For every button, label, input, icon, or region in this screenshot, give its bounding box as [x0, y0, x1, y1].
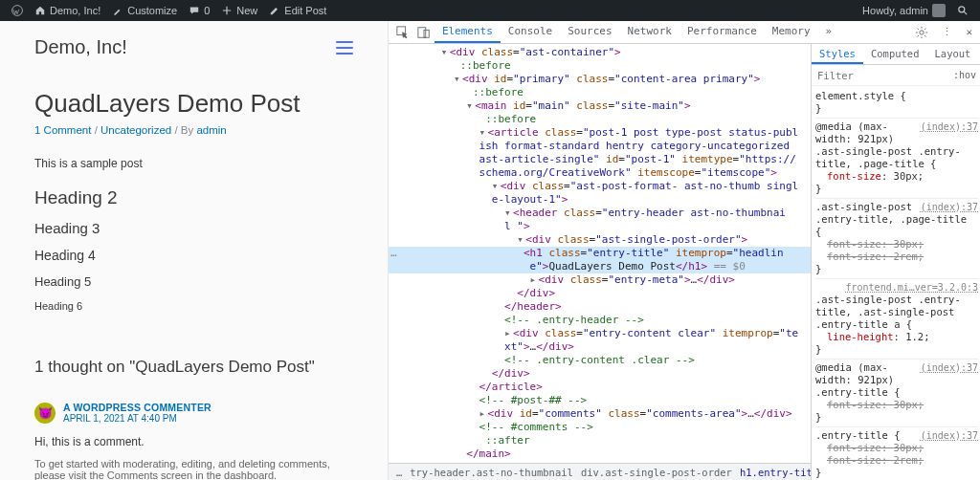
pencil-icon: [269, 5, 280, 16]
meta-author-link[interactable]: admin: [196, 124, 226, 136]
meta-comments-link[interactable]: 1 Comment: [34, 124, 91, 136]
hov-toggle[interactable]: :hov: [951, 70, 978, 80]
avatar: [932, 4, 946, 17]
adminbar-search[interactable]: [951, 5, 974, 16]
device-toggle-icon[interactable]: [413, 24, 434, 41]
settings-icon[interactable]: [911, 24, 932, 41]
tab-elements[interactable]: Elements: [434, 21, 501, 43]
adminbar-comments[interactable]: 0: [183, 5, 215, 16]
breadcrumbs[interactable]: … try-header.ast-no-thumbnail div.ast-si…: [389, 463, 811, 480]
tab-network[interactable]: Network: [620, 21, 679, 43]
style-rules[interactable]: element.style {} (index):37@media (max-w…: [812, 86, 980, 480]
heading-6: Heading 6: [34, 300, 353, 312]
adminbar-site[interactable]: Demo, Inc!: [29, 5, 106, 16]
wp-admin-bar: Demo, Inc! Customize 0 New Edit Post How…: [0, 0, 980, 21]
heading-4: Heading 4: [34, 248, 353, 263]
devtools-tabs: Elements Console Sources Network Perform…: [389, 21, 980, 44]
post-title: QuadLayers Demo Post: [34, 89, 353, 119]
comment-avatar: 😈: [34, 403, 56, 424]
comment-item: 😈 A WORDPRESS COMMENTER APRIL 1, 2021 AT…: [34, 402, 353, 480]
heading-3: Heading 3: [34, 220, 353, 236]
post-excerpt: This is a sample post: [34, 157, 353, 170]
comment-author[interactable]: A WORDPRESS COMMENTER: [63, 402, 212, 413]
adminbar-customize[interactable]: Customize: [106, 5, 183, 16]
selected-dom-node[interactable]: … <h1 class="entry-title" itemprop="head…: [389, 247, 811, 260]
heading-2: Heading 2: [34, 187, 353, 208]
brush-icon: [112, 5, 123, 16]
comment-icon: [189, 5, 200, 16]
meta-category-link[interactable]: Uncategorized: [100, 124, 171, 136]
site-title[interactable]: Demo, Inc!: [34, 36, 127, 58]
plus-icon: [221, 5, 233, 16]
heading-5: Heading 5: [34, 274, 353, 289]
styles-tab-layout[interactable]: Layout: [927, 45, 979, 64]
elements-tree[interactable]: ▾<div class="ast-container"> ::before ▾<…: [389, 44, 812, 480]
tab-more[interactable]: »: [818, 21, 840, 43]
tab-sources[interactable]: Sources: [560, 21, 619, 43]
devtools-panel: Elements Console Sources Network Perform…: [389, 21, 980, 480]
styles-panel: Styles Computed Layout » :hov .cls + ⠿ e…: [812, 44, 980, 480]
home-icon: [34, 5, 46, 16]
comment-date[interactable]: APRIL 1, 2021 AT 4:40 PM: [63, 413, 212, 424]
tab-performance[interactable]: Performance: [679, 21, 765, 43]
styles-filter-input[interactable]: [815, 68, 947, 83]
post-meta: 1 Comment / Uncategorized / By admin: [34, 124, 353, 136]
adminbar-howdy[interactable]: Howdy, admin: [857, 4, 951, 17]
tab-memory[interactable]: Memory: [765, 21, 818, 43]
inspect-icon[interactable]: [392, 24, 413, 41]
comment-body: Hi, this is a comment.: [34, 435, 353, 448]
devtools-menu-icon[interactable]: ⋮: [938, 24, 956, 40]
adminbar-site-name: Demo, Inc!: [50, 5, 100, 16]
devtools-close-icon[interactable]: ✕: [962, 24, 976, 40]
styles-tab-styles[interactable]: Styles: [812, 45, 863, 64]
svg-point-6: [920, 30, 924, 33]
comments-title: 1 thought on "QuadLayers Demo Post": [34, 358, 353, 377]
adminbar-edit-post[interactable]: Edit Post: [263, 5, 332, 16]
svg-point-1: [959, 7, 965, 12]
adminbar-new[interactable]: New: [215, 5, 263, 16]
svg-rect-5: [424, 30, 429, 37]
svg-rect-4: [418, 27, 426, 37]
wordpress-icon: [11, 5, 23, 16]
mobile-menu-toggle[interactable]: [336, 41, 353, 55]
search-icon: [957, 5, 969, 16]
comment-help: To get started with moderating, editing,…: [34, 458, 353, 480]
page-preview: Demo, Inc! QuadLayers Demo Post 1 Commen…: [0, 21, 389, 480]
styles-tab-computed[interactable]: Computed: [863, 45, 927, 64]
wp-logo[interactable]: [6, 5, 29, 16]
tab-console[interactable]: Console: [501, 21, 560, 43]
